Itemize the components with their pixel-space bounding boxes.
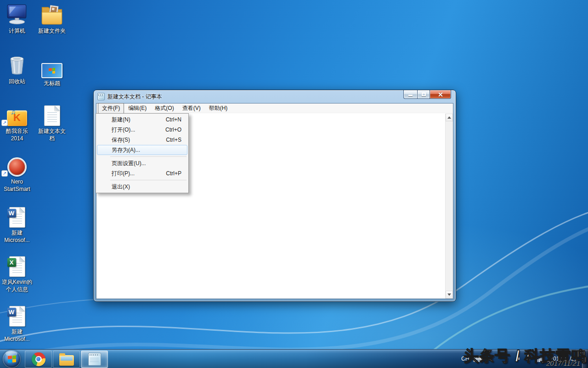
desktop-icon-nero[interactable]: ↗ Nero StartSmart [0,153,34,193]
word-document-icon: W [0,204,34,228]
desktop-icon-new-folder[interactable]: 新建文件夹 [35,2,69,34]
menu-bar: 文件(F) 编辑(E) 格式(O) 查看(V) 帮助(H) [96,104,453,113]
taskbar-notepad-button[interactable] [81,351,108,368]
menu-item-label: 打开(O)... [112,126,135,134]
folder-icon [35,2,69,26]
minimize-icon [408,95,413,96]
desktop-icon-label: 计算机 [0,27,34,34]
taskbar-chrome-button[interactable] [25,351,52,368]
word-logo-icon: W [7,209,16,218]
menu-item-new[interactable]: 新建(N) Ctrl+N [97,115,187,125]
chrome-icon [32,352,45,366]
excel-logo-icon: X [7,258,16,267]
menu-edit[interactable]: 编辑(E) [124,103,151,114]
menu-separator [110,180,187,180]
desktop-icon-label: 逆风Kevin的 个人信息 [0,278,34,293]
vertical-scrollbar[interactable] [445,114,453,299]
desktop-icon-label: 新建 Microsof... [0,328,34,343]
scroll-up-button[interactable] [446,114,453,121]
desktop-icon-label: 新建文本文 档 [35,127,69,142]
windows-flag-icon [8,355,16,362]
image-thumbnail-icon [35,54,69,78]
menu-item-exit[interactable]: 退出(X) [97,182,187,192]
menu-item-label: 页面设置(U)... [112,160,146,167]
recycle-bin-icon [0,52,34,76]
file-dropdown-menu: 新建(N) Ctrl+N 打开(O)... Ctrl+O 保存(S) Ctrl+… [96,113,189,193]
maximize-button[interactable] [417,90,430,99]
desktop-icon-new-text-document[interactable]: 新建文本文 档 [35,102,69,142]
kuwo-music-icon: ♫ K ↗ [0,102,34,126]
desktop-icon-label: 酷我音乐 2014 [0,127,34,142]
shortcut-arrow-icon: ↗ [1,170,8,177]
hidden-icons-arrow-icon[interactable]: ▲ [487,356,491,361]
text-file-icon [35,102,69,126]
close-button[interactable] [430,90,451,99]
desktop-icon-computer[interactable]: 计算机 [0,2,34,34]
menu-item-label: 退出(X) [112,183,130,191]
close-icon [438,92,443,97]
menu-view[interactable]: 查看(V) [178,103,205,114]
music-notes-icon: ♫ [11,104,16,119]
system-tray: CH ▲ ⚑ 2017/11/21 [461,350,582,368]
menu-item-label: 打印(P)... [112,170,135,178]
desktop-icon-recycle-bin[interactable]: 回收站 [0,52,34,85]
menu-item-label: 另存为(A)... [112,146,140,154]
action-center-flag-icon[interactable]: ⚑ [515,356,520,362]
desktop-icon-label: 回收站 [0,78,34,85]
menu-item-label: 保存(S) [112,136,130,144]
shortcut-arrow-icon: ↗ [1,120,8,126]
desktop-icon-label: 新建 Microsof... [0,229,34,244]
desktop-icon-kuwo-music[interactable]: ♫ K ↗ 酷我音乐 2014 [0,102,34,142]
menu-item-print[interactable]: 打印(P)... Ctrl+P [97,168,187,178]
desktop-icon-word-doc-2[interactable]: W 新建 Microsof... [0,303,34,343]
keyboard-icon[interactable] [473,356,483,362]
arrow-down-icon [447,293,451,296]
desktop-icon-label: 无标题 [35,80,69,87]
menu-item-save[interactable]: 保存(S) Ctrl+S [97,135,187,145]
taskbar-clock-date[interactable]: 2017/11/21 [547,356,580,362]
nero-startsmart-icon: ↗ [0,153,34,177]
speaker-icon[interactable] [525,356,531,362]
word-document-icon: W [0,303,34,327]
desktop-icon-untitled[interactable]: 无标题 [35,54,69,87]
menu-item-save-as[interactable]: 另存为(A)... [97,145,187,155]
excel-document-icon: X [0,253,34,277]
scroll-down-button[interactable] [446,291,453,299]
menu-item-shortcut: Ctrl+O [165,126,181,133]
arrow-up-icon [447,116,451,119]
notepad-app-icon [97,93,105,100]
ime-indicator[interactable]: CH [461,356,469,362]
notepad-window[interactable]: 新建文本文档 - 记事本 文件(F) 编辑(E) 格式(O) 查看(V) 帮助(… [93,90,456,302]
maximize-icon [422,92,426,96]
menu-item-page-setup[interactable]: 页面设置(U)... [97,158,187,168]
notepad-app-icon [88,353,101,366]
network-icon[interactable] [536,356,543,362]
menu-item-shortcut: Ctrl+N [166,116,181,123]
show-desktop-button[interactable] [582,350,588,368]
computer-icon [0,2,34,26]
windows-flag-icon [49,68,55,74]
start-button[interactable] [3,350,21,368]
desktop-icon-word-doc-1[interactable]: W 新建 Microsof... [0,204,34,244]
menu-item-open[interactable]: 打开(O)... Ctrl+O [97,125,187,135]
menu-help[interactable]: 帮助(H) [205,103,232,114]
desktop-icon-label: 新建文件夹 [35,27,69,34]
menu-format[interactable]: 格式(O) [151,103,178,114]
menu-separator [110,156,187,157]
explorer-folder-icon [59,355,74,366]
minimize-button[interactable] [403,90,417,99]
desktop-icon-label: Nero StartSmart [0,178,34,193]
title-bar[interactable]: 新建文本文档 - 记事本 [94,90,456,103]
taskbar: CH ▲ ⚑ 2017/11/21 [0,349,588,368]
window-controls [403,90,451,99]
menu-item-label: 新建(N) [112,116,130,124]
menu-item-shortcut: Ctrl+P [166,170,181,177]
menu-item-shortcut: Ctrl+S [166,137,181,143]
desktop-icon-kevin-excel[interactable]: X 逆风Kevin的 个人信息 [0,253,34,293]
word-logo-icon: W [7,308,16,316]
window-title: 新建文本文档 - 记事本 [107,93,162,101]
taskbar-explorer-button[interactable] [53,351,80,368]
menu-file[interactable]: 文件(F) [98,103,124,114]
